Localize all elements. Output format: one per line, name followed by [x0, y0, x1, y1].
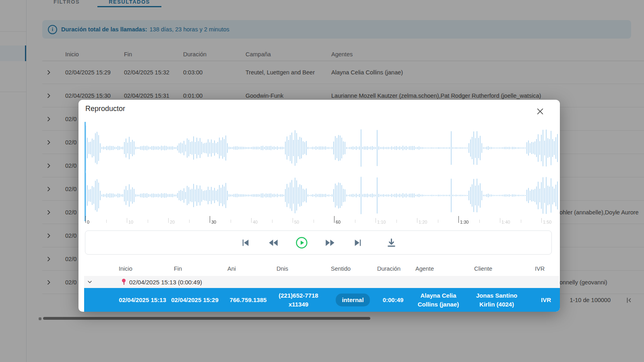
- player-controls: [85, 230, 552, 255]
- direction-badge: internal: [336, 293, 369, 306]
- timeline-label: 20: [170, 220, 175, 224]
- timeline-label: 50: [294, 220, 299, 224]
- fast-forward-icon[interactable]: [325, 237, 336, 248]
- close-icon[interactable]: [536, 107, 545, 116]
- timeline-tick: [458, 216, 459, 223]
- timeline-label: 30: [211, 220, 216, 224]
- skip-to-start-icon[interactable]: [240, 237, 251, 248]
- col-fin: Fin: [174, 265, 182, 272]
- timeline-tick: [293, 218, 293, 223]
- col-duracion: Duración: [377, 265, 400, 272]
- col-inicio: Inicio: [119, 265, 132, 272]
- player-modal: Reproductor 01020304050601:101:201:301:4…: [78, 100, 560, 312]
- col-ivr: IVR: [535, 265, 545, 272]
- timeline-label: 1:30: [460, 220, 469, 224]
- cell-dnis: (221)652-7718 x11349: [273, 291, 324, 309]
- col-cliente: Cliente: [474, 265, 492, 272]
- timeline-tick: [168, 218, 169, 223]
- timeline-label: 1:20: [419, 220, 427, 224]
- timeline-tick: [127, 218, 127, 223]
- timeline-tick: [314, 220, 314, 223]
- cell-ani: 766.759.1385: [223, 295, 273, 304]
- timeline-tick: [272, 220, 272, 223]
- pin-icon: [122, 279, 126, 285]
- chevron-down-icon[interactable]: [87, 279, 93, 285]
- timeline-tick: [396, 220, 397, 223]
- col-sentido: Sentido: [331, 265, 351, 272]
- cell-duracion: 0:00:49: [376, 295, 410, 304]
- timeline-tick: [106, 220, 107, 223]
- timeline-tick: [376, 218, 376, 223]
- timeline-tick: [500, 218, 500, 223]
- timeline-label: 60: [336, 220, 341, 224]
- modal-title: Reproductor: [85, 105, 125, 113]
- col-dnis: Dnis: [277, 265, 288, 272]
- timeline-tick: [541, 218, 542, 223]
- timeline-tick: [189, 220, 190, 223]
- cell-agente: Alayna Celia Collins (janae): [412, 291, 464, 309]
- download-icon[interactable]: [386, 237, 397, 248]
- timeline-tick: [438, 220, 438, 223]
- timeline-tick: [251, 218, 252, 223]
- timeline-tick: [85, 216, 86, 223]
- timeline-tick: [210, 216, 210, 223]
- call-group-row[interactable]: 02/04/2025 15:13 (0:00:49): [84, 276, 559, 288]
- group-row-label: 02/04/2025 15:13 (0:00:49): [129, 279, 202, 286]
- cell-fin: 02/04/2025 15:29: [171, 295, 219, 304]
- selected-call-row[interactable]: 02/04/2025 15:13 02/04/2025 15:29 766.75…: [84, 288, 560, 312]
- timeline-label: 1:40: [502, 220, 510, 224]
- col-ani: Ani: [227, 265, 236, 272]
- skip-to-end-icon[interactable]: [353, 237, 363, 248]
- timeline-tick: [148, 220, 148, 223]
- play-icon[interactable]: [295, 237, 308, 249]
- cell-ivr: IVR: [533, 295, 559, 304]
- rewind-icon[interactable]: [268, 237, 279, 248]
- col-agente: Agente: [415, 265, 434, 272]
- player-table-header: Inicio Fin Ani Dnis Sentido Duración Age…: [78, 261, 560, 276]
- cell-sentido: internal: [330, 293, 376, 306]
- timeline-label: 40: [253, 220, 258, 224]
- timeline-tick: [521, 220, 521, 223]
- timeline-tick: [479, 220, 480, 223]
- timeline-label: 1:50: [543, 220, 551, 224]
- cell-cliente: Jonas Santino Kirlin (4024): [469, 291, 525, 309]
- timeline-tick: [417, 218, 417, 223]
- timeline-label: 10: [128, 220, 133, 224]
- cell-inicio: 02/04/2025 15:13: [118, 295, 167, 304]
- playhead[interactable]: [85, 122, 86, 221]
- timeline-tick: [231, 220, 231, 223]
- timeline-label: 0: [87, 220, 89, 224]
- timeline-tick: [355, 220, 355, 223]
- waveform-canvas[interactable]: [85, 123, 558, 217]
- waveform-timeline: 01020304050601:101:201:301:401:50: [85, 216, 558, 226]
- timeline-tick: [334, 216, 334, 223]
- timeline-label: 1:10: [377, 220, 386, 224]
